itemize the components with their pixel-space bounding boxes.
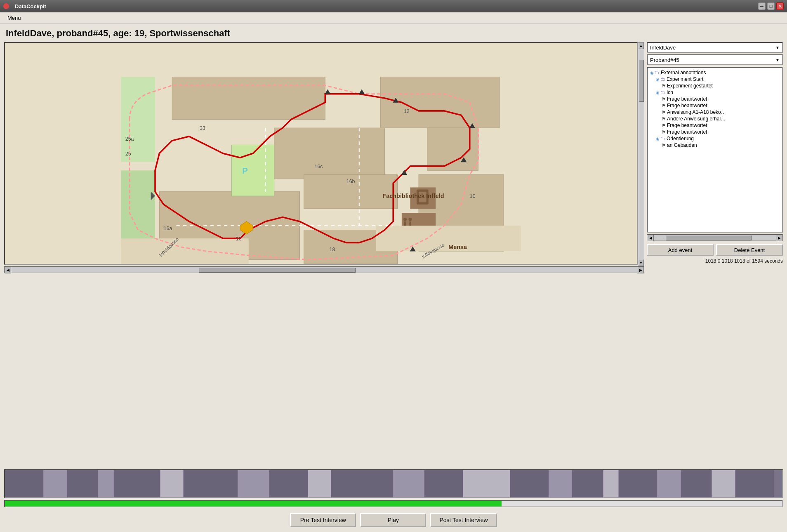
timeline-segment (114, 470, 160, 497)
maximize-button[interactable]: □ (767, 2, 775, 10)
flag-icon: ⚑ (662, 129, 666, 135)
svg-text:33: 33 (200, 125, 205, 131)
menu-item-menu[interactable]: Menu (3, 13, 25, 23)
flag-icon: ⚑ (662, 103, 666, 108)
timeline-segment (735, 470, 774, 497)
menubar: Menu (0, 12, 787, 24)
flag-icon: ⚑ (662, 143, 666, 148)
svg-text:Mensa: Mensa (448, 244, 467, 250)
tree-item[interactable]: ⚑ Experiment gestartet (648, 82, 781, 89)
vscroll-up[interactable]: ▲ (638, 42, 644, 49)
svg-text:16a: 16a (164, 226, 172, 231)
tree-item[interactable]: ⚑ Frage beantwortet (648, 96, 781, 102)
window-controls: ─ □ ✕ (758, 2, 784, 10)
progress-bar-container[interactable] (4, 500, 783, 507)
timeline-segment (712, 470, 735, 497)
timeline-segment (44, 470, 67, 497)
tree-hscroll-right[interactable]: ▶ (776, 235, 782, 241)
timeline-bar[interactable] (4, 469, 783, 498)
annotation-tree[interactable]: ◉ 🗀 External annotations ◉ 🗀 Experiment … (647, 67, 783, 233)
tree-item[interactable]: ⚑ Frage beantwortet (648, 102, 781, 109)
tree-item[interactable]: ◉ 🗀 External annotations (648, 69, 781, 76)
svg-text:P: P (242, 166, 248, 175)
svg-rect-35 (409, 221, 411, 226)
sidebar: InfeldDave ▼ Proband#45 ▼ ◉ 🗀 External a… (647, 42, 783, 265)
timeline-segment (98, 470, 114, 497)
post-test-interview-button[interactable]: Post Test Interview (430, 513, 497, 527)
flag-icon: ⚑ (662, 83, 666, 89)
progress-bar-fill (5, 501, 502, 506)
map-area: Fachbibliothek Inffeld Mensa 16c 16b 16a… (4, 42, 644, 273)
timeline-segment (572, 470, 603, 497)
tree-item[interactable]: ⚑ Andere Anweisung erhal… (648, 115, 781, 122)
timeline-segment (424, 470, 463, 497)
timeline-segment (160, 470, 184, 497)
svg-text:16b: 16b (346, 179, 355, 184)
timeline-segment (510, 470, 549, 497)
titlebar: DataCockpit ─ □ ✕ (0, 0, 787, 12)
folder-icon: 🗀 (660, 136, 665, 141)
tree-item[interactable]: ⚑ Frage beantwortet (648, 129, 781, 135)
map-container[interactable]: Fachbibliothek Inffeld Mensa 16c 16b 16a… (4, 42, 638, 265)
flag-icon: ⚑ (662, 97, 666, 102)
timeline-segment (331, 470, 394, 497)
timeline-area (0, 467, 787, 509)
tree-item[interactable]: ◉ 🗀 Orientierung (648, 135, 781, 142)
tree-item[interactable]: ⚑ Frage beantwortet (648, 122, 781, 129)
svg-text:25a: 25a (125, 136, 134, 142)
map-svg: Fachbibliothek Inffeld Mensa 16c 16b 16a… (5, 43, 637, 264)
timeline-segment (657, 470, 681, 497)
timeline-segment (238, 470, 269, 497)
map-row: Fachbibliothek Inffeld Mensa 16c 16b 16a… (4, 42, 644, 266)
timeline-segment (394, 470, 424, 497)
vscroll-down[interactable]: ▼ (638, 259, 644, 266)
page-title: InfeldDave, proband#45, age: 19, Sportwi… (0, 24, 787, 42)
svg-text:16c: 16c (315, 164, 323, 169)
tree-item[interactable]: ⚑ Anweisung A1-A18 beko… (648, 109, 781, 115)
tree-hscroll-thumb[interactable] (666, 235, 752, 240)
tree-hscroll[interactable]: ◀ ▶ (647, 234, 783, 241)
close-dot[interactable] (3, 3, 9, 9)
proband-dropdown[interactable]: Proband#45 ▼ (647, 54, 783, 65)
svg-text:10: 10 (470, 193, 476, 199)
minimize-button[interactable]: ─ (758, 2, 766, 10)
flag-icon: ⚑ (662, 123, 666, 128)
sidebar-status: 1018 0 1018 1018 of 1594 seconds (647, 257, 783, 265)
timeline-segment (5, 470, 44, 497)
tree-dot: ◉ (656, 137, 660, 141)
user-dropdown[interactable]: InfeldDave ▼ (647, 42, 783, 53)
bottom-buttons: Pre Test Interview Play Post Test Interv… (0, 509, 787, 532)
hscroll-left[interactable]: ◀ (5, 267, 11, 273)
svg-rect-11 (427, 128, 478, 170)
play-button[interactable]: Play (360, 513, 426, 527)
vscroll-thumb[interactable] (639, 60, 644, 102)
tree-item[interactable]: ◉ 🗀 Experiment Start (648, 76, 781, 82)
window-title: DataCockpit (15, 3, 755, 9)
tree-hscroll-left[interactable]: ◀ (647, 235, 654, 241)
svg-point-34 (408, 218, 412, 221)
svg-text:Fachbibliothek Inffeld: Fachbibliothek Inffeld (382, 193, 444, 199)
timeline-segment (681, 470, 712, 497)
delete-event-button[interactable]: Delete Event (716, 244, 783, 256)
pre-test-interview-button[interactable]: Pre Test Interview (290, 513, 356, 527)
add-event-button[interactable]: Add event (647, 244, 714, 256)
svg-text:12: 12 (404, 108, 410, 114)
svg-rect-15 (121, 238, 249, 264)
svg-text:25: 25 (125, 151, 131, 157)
close-button[interactable]: ✕ (776, 2, 784, 10)
map-vscroll[interactable]: ▲ ▼ (638, 42, 644, 266)
hscroll-right[interactable]: ▶ (637, 267, 644, 273)
folder-icon: 🗀 (655, 70, 660, 75)
tree-item[interactable]: ⚑ an Gebäuden (648, 142, 781, 148)
timeline-segment (549, 470, 573, 497)
timeline-segment (308, 470, 332, 497)
proband-dropdown-arrow: ▼ (775, 58, 780, 62)
main-content: InfeldDave, proband#45, age: 19, Sportwi… (0, 24, 787, 532)
timeline-segment (463, 470, 510, 497)
timeline-segment (603, 470, 619, 497)
svg-rect-4 (172, 77, 325, 119)
hscroll-thumb[interactable] (199, 268, 356, 273)
sidebar-buttons: Add event Delete Event (647, 244, 783, 256)
tree-item[interactable]: ◉ 🗀 Ich (648, 89, 781, 96)
tree-dot: ◉ (656, 77, 660, 82)
